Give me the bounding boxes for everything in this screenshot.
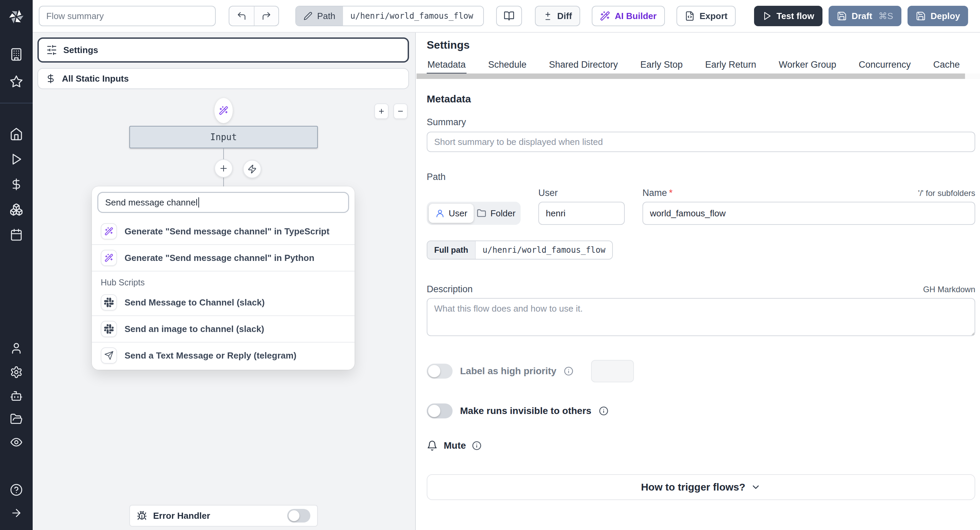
high-priority-toggle[interactable]: [427, 363, 453, 379]
zoom-in-button[interactable]: +: [374, 103, 388, 119]
path-section-label: Path: [427, 172, 975, 182]
tab-early-return[interactable]: Early Return: [705, 60, 757, 75]
sidebar-collapse-button[interactable]: [0, 501, 33, 525]
path-edit-chip[interactable]: Path: [296, 6, 343, 25]
sidebar-item-favorites[interactable]: [0, 70, 33, 93]
step-search-input[interactable]: Send message channel: [97, 192, 349, 213]
add-step-button[interactable]: [215, 159, 233, 178]
sidebar-item-settings[interactable]: [0, 360, 33, 384]
undo-icon: [237, 11, 247, 21]
bell-icon: [427, 440, 438, 451]
sliders-icon: [46, 44, 57, 56]
bug-icon: [137, 511, 147, 521]
export-button[interactable]: Export: [676, 6, 736, 26]
draft-label: Draft: [852, 11, 872, 21]
invisible-runs-toggle[interactable]: [427, 403, 453, 419]
wand-sparkles-icon: [101, 250, 117, 266]
full-path-value: u/henri/world_famous_flow: [476, 241, 612, 259]
sidebar-item-users[interactable]: [0, 337, 33, 360]
owner-kind-user-option[interactable]: User: [429, 204, 474, 223]
tab-cache[interactable]: Cache: [933, 60, 961, 75]
sidebar-item-workspace[interactable]: [0, 43, 33, 66]
wand-sparkles-icon: [101, 223, 117, 240]
add-trigger-button[interactable]: [243, 160, 261, 178]
info-icon: [599, 406, 608, 416]
tabs-scrollbar-track: [417, 73, 980, 79]
description-textarea[interactable]: [427, 298, 975, 336]
tab-early-stop[interactable]: Early Stop: [640, 60, 684, 75]
undo-button[interactable]: [229, 6, 254, 25]
test-flow-label: Test flow: [776, 11, 814, 21]
redo-button[interactable]: [254, 6, 278, 25]
flow-summary-input[interactable]: [39, 6, 216, 26]
draft-button[interactable]: Draft ⌘S: [829, 6, 901, 26]
boxes-icon: [10, 203, 23, 216]
building-icon: [10, 48, 23, 61]
sidebar-item-runs[interactable]: [0, 148, 33, 171]
wand-sparkles-icon: [219, 106, 228, 115]
how-to-trigger-button[interactable]: How to trigger flows?: [427, 474, 975, 500]
minus-icon: −: [398, 106, 403, 117]
description-header: Description GH Markdown: [427, 284, 975, 295]
dollar-icon: [10, 178, 23, 191]
sidebar-item-help[interactable]: [0, 478, 33, 501]
user-input[interactable]: [538, 202, 625, 225]
deploy-button[interactable]: Deploy: [907, 6, 969, 26]
diff-button[interactable]: Diff: [535, 6, 580, 26]
name-field-label: Name*: [643, 188, 673, 198]
test-flow-button[interactable]: Test flow: [754, 6, 822, 26]
sidebar-divider: [0, 103, 33, 103]
summary-label: Summary: [427, 117, 975, 128]
list-item-label: Send Message to Channel (slack): [124, 297, 265, 308]
tab-metadata[interactable]: Metadata: [427, 60, 466, 75]
tab-shared-directory[interactable]: Shared Directory: [548, 60, 619, 75]
tabs-scrollbar-thumb[interactable]: [417, 73, 965, 79]
flow-settings-module[interactable]: Settings: [37, 37, 409, 63]
error-handler-module[interactable]: Error Handler: [129, 505, 318, 527]
priority-value-input[interactable]: [591, 360, 634, 382]
sidebar-item-home[interactable]: [0, 122, 33, 146]
slack-icon: [101, 294, 117, 311]
ai-builder-button[interactable]: AI Builder: [592, 6, 665, 26]
list-item-label: Generate "Send message channel" in TypeS…: [124, 226, 329, 237]
chevron-down-icon: [751, 482, 761, 492]
sidebar-item-variables[interactable]: [0, 173, 33, 196]
owner-kind-folder-option[interactable]: Folder: [474, 204, 519, 223]
tab-worker-group[interactable]: Worker Group: [778, 60, 837, 75]
slack-icon: [101, 321, 117, 337]
eye-icon: [10, 436, 23, 449]
info-icon: [564, 367, 573, 376]
error-handler-toggle[interactable]: [287, 509, 310, 522]
hub-script-telegram-item[interactable]: Send a Text Message or Reply (telegram): [92, 342, 355, 368]
tab-schedule[interactable]: Schedule: [488, 60, 527, 75]
sidebar-item-resources[interactable]: [0, 198, 33, 221]
all-static-inputs-module[interactable]: All Static Inputs: [37, 68, 409, 89]
draft-shortcut: ⌘S: [878, 11, 893, 21]
summary-input[interactable]: [427, 132, 975, 152]
ai-builder-label: AI Builder: [615, 11, 657, 21]
tab-concurrency[interactable]: Concurrency: [858, 60, 911, 75]
path-group[interactable]: Path u/henri/world_famous_flow: [295, 6, 484, 26]
path-chip-label: Path: [317, 11, 336, 21]
sidebar-item-folders[interactable]: [0, 408, 33, 431]
description-label: Description: [427, 284, 473, 295]
generate-typescript-item[interactable]: Generate "Send message channel" in TypeS…: [92, 218, 355, 244]
zoom-out-button[interactable]: −: [393, 103, 408, 119]
hub-script-slack-message-item[interactable]: Send Message to Channel (slack): [92, 289, 355, 315]
docs-button[interactable]: [496, 6, 522, 26]
input-node[interactable]: Input: [129, 126, 318, 148]
hub-script-slack-image-item[interactable]: Send an image to channel (slack): [92, 315, 355, 342]
sidebar-item-audit[interactable]: [0, 431, 33, 454]
book-open-icon: [504, 11, 514, 21]
folder-icon: [477, 208, 486, 218]
generate-python-item[interactable]: Generate "Send message channel" in Pytho…: [92, 244, 355, 271]
play-icon: [10, 153, 23, 166]
sidebar-item-schedules[interactable]: [0, 223, 33, 246]
all-static-inputs-label: All Static Inputs: [62, 73, 129, 84]
sidebar-item-workers[interactable]: [0, 384, 33, 408]
required-asterisk: *: [669, 188, 673, 198]
windmill-logo-icon[interactable]: [7, 8, 25, 26]
folder-open-icon: [10, 413, 23, 425]
ai-flow-builder-node-button[interactable]: [215, 98, 233, 123]
name-input[interactable]: [643, 202, 975, 225]
